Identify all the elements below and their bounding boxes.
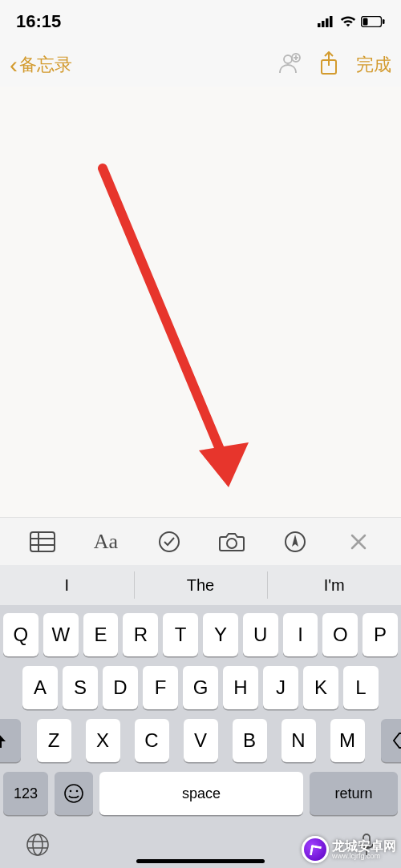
markup-button[interactable]: [277, 524, 313, 559]
svg-point-29: [33, 834, 43, 855]
svg-point-28: [27, 834, 48, 855]
shift-icon: [0, 732, 7, 749]
svg-rect-2: [326, 18, 329, 27]
globe-icon: [26, 833, 50, 857]
key-e[interactable]: E: [83, 613, 119, 656]
nav-bar: ‹ 备忘录 完成: [0, 43, 401, 87]
share-button[interactable]: [319, 51, 338, 79]
close-toolbar-button[interactable]: [341, 524, 376, 559]
numeric-key[interactable]: 123: [3, 772, 48, 815]
check-circle-icon: [158, 531, 180, 553]
key-c[interactable]: C: [135, 719, 169, 762]
key-d[interactable]: D: [103, 666, 138, 709]
svg-rect-3: [330, 16, 333, 27]
back-button[interactable]: ‹ 备忘录: [10, 53, 72, 77]
watermark-sub: www.lcjrfg.com: [332, 853, 396, 860]
checklist-button[interactable]: [152, 524, 187, 559]
suggestion-1[interactable]: The: [134, 565, 268, 605]
key-t[interactable]: T: [163, 613, 198, 656]
table-icon: [30, 531, 55, 552]
key-f[interactable]: F: [143, 666, 178, 709]
watermark-main: 龙城安卓网: [332, 840, 396, 853]
status-bar: 16:15: [0, 0, 401, 43]
key-l[interactable]: L: [343, 666, 379, 709]
key-w[interactable]: W: [43, 613, 79, 656]
svg-rect-1: [322, 21, 325, 27]
suggestion-0[interactable]: I: [0, 565, 134, 605]
keyboard: Q W E R T Y U I O P A S D F G H J K L: [0, 605, 401, 868]
key-b[interactable]: B: [233, 719, 267, 762]
text-format-button[interactable]: Aa: [88, 524, 124, 559]
key-z[interactable]: Z: [37, 719, 71, 762]
key-y[interactable]: Y: [203, 613, 238, 656]
camera-icon: [219, 531, 245, 552]
status-indicators: [318, 16, 385, 27]
svg-point-26: [70, 790, 72, 793]
space-key[interactable]: space: [99, 772, 303, 815]
format-toolbar: Aa: [0, 517, 401, 565]
key-k[interactable]: K: [303, 666, 338, 709]
home-indicator[interactable]: [136, 859, 265, 863]
return-key[interactable]: return: [310, 772, 398, 815]
svg-point-18: [160, 532, 179, 551]
svg-rect-5: [363, 18, 368, 26]
keyboard-row-4: 123 space return: [3, 772, 398, 815]
key-g[interactable]: G: [183, 666, 218, 709]
svg-point-27: [76, 790, 79, 793]
key-a[interactable]: A: [22, 666, 58, 709]
key-m[interactable]: M: [330, 719, 365, 762]
globe-key[interactable]: [26, 833, 50, 857]
cellular-icon: [318, 16, 335, 27]
keyboard-row-3: Z X C V B N M: [3, 719, 398, 762]
watermark-logo-icon: [302, 836, 329, 863]
close-icon: [350, 534, 367, 550]
key-p[interactable]: P: [363, 613, 398, 656]
key-v[interactable]: V: [184, 719, 218, 762]
keyboard-row-2: A S D F G H J K L: [3, 666, 398, 709]
emoji-key[interactable]: [55, 772, 93, 815]
backspace-key[interactable]: [381, 719, 402, 762]
wifi-icon: [340, 16, 356, 27]
emoji-icon: [63, 783, 84, 804]
key-s[interactable]: S: [63, 666, 98, 709]
svg-rect-6: [383, 19, 385, 24]
key-x[interactable]: X: [86, 719, 120, 762]
key-i[interactable]: I: [283, 613, 318, 656]
share-icon: [319, 51, 338, 75]
collaborate-button[interactable]: [277, 52, 302, 78]
svg-point-7: [284, 55, 292, 63]
status-time: 16:15: [16, 11, 61, 32]
note-content-area[interactable]: [0, 87, 401, 517]
key-u[interactable]: U: [243, 613, 278, 656]
svg-rect-0: [318, 23, 321, 27]
compass-icon: [284, 531, 306, 553]
key-o[interactable]: O: [322, 613, 358, 656]
table-button[interactable]: [25, 524, 60, 559]
key-r[interactable]: R: [123, 613, 158, 656]
done-button[interactable]: 完成: [356, 53, 391, 77]
key-j[interactable]: J: [263, 666, 298, 709]
suggestion-bar: I The I'm: [0, 565, 401, 605]
watermark: 龙城安卓网 www.lcjrfg.com: [302, 836, 396, 863]
camera-button[interactable]: [214, 524, 249, 559]
chevron-left-icon: ‹: [10, 53, 18, 77]
battery-icon: [361, 16, 385, 27]
back-label: 备忘录: [19, 53, 72, 77]
key-n[interactable]: N: [282, 719, 316, 762]
svg-point-19: [227, 539, 237, 548]
phone-frame: 16:15 ‹ 备忘录 完成 Aa: [0, 0, 401, 868]
svg-point-25: [65, 785, 83, 802]
svg-rect-14: [30, 532, 55, 551]
shift-key[interactable]: [0, 719, 21, 762]
key-h[interactable]: H: [223, 666, 258, 709]
backspace-icon: [393, 733, 402, 749]
person-add-icon: [277, 52, 302, 75]
key-q[interactable]: Q: [3, 613, 38, 656]
keyboard-row-1: Q W E R T Y U I O P: [3, 613, 398, 656]
suggestion-2[interactable]: I'm: [267, 565, 401, 605]
